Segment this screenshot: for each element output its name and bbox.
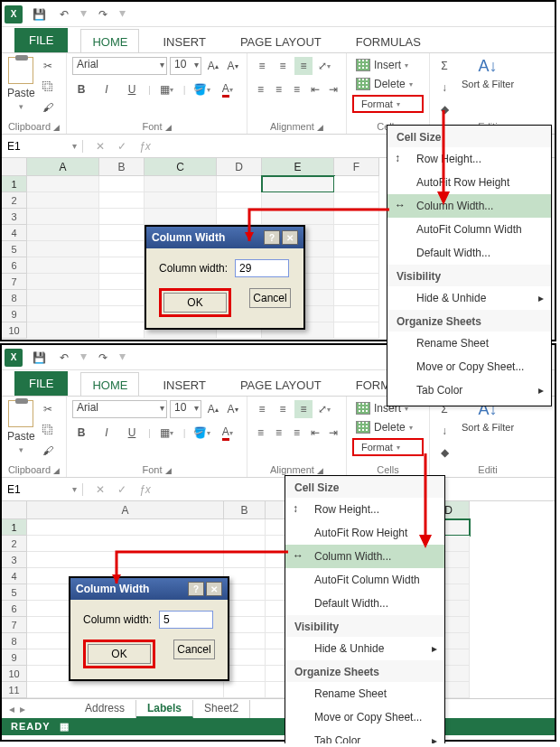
cell[interactable] [27, 322, 99, 339]
row-header[interactable]: 11 [2, 682, 27, 698]
row-header[interactable]: 2 [2, 536, 27, 552]
column-header[interactable]: B [99, 158, 145, 176]
delete-cells-button[interactable]: Delete ▾ [352, 76, 424, 92]
tab-formulas[interactable]: FORMULAS [345, 30, 432, 52]
sort-filter-label[interactable]: Sort & Filter [462, 79, 514, 89]
underline-button[interactable]: U [123, 80, 141, 98]
cell[interactable] [99, 322, 145, 339]
menu-move-copy[interactable]: Move or Copy Sheet... [285, 705, 444, 729]
indent-inc-icon[interactable]: ⇥ [325, 424, 341, 442]
cell[interactable] [27, 519, 224, 536]
menu-move-copy[interactable]: Move or Copy Sheet... [387, 355, 551, 378]
cell[interactable] [224, 682, 266, 698]
cell[interactable] [27, 306, 99, 322]
menu-hide-unhide[interactable]: Hide & Unhide [387, 286, 551, 310]
paste-icon[interactable] [8, 57, 33, 84]
cell[interactable] [27, 241, 99, 257]
fx-icon[interactable]: ƒx [139, 483, 151, 496]
orientation-icon[interactable]: ⤢▾ [315, 57, 333, 75]
cell[interactable] [27, 192, 99, 209]
indent-dec-icon[interactable]: ⇤ [307, 80, 322, 98]
menu-rename-sheet[interactable]: Rename Sheet [285, 682, 444, 705]
column-header[interactable]: B [224, 501, 266, 519]
row-header[interactable]: 3 [2, 209, 27, 225]
row-header[interactable]: 10 [2, 666, 27, 682]
menu-autofit-row[interactable]: AutoFit Row Height [387, 171, 551, 194]
column-header[interactable]: A [27, 158, 99, 176]
cut-icon[interactable]: ✂ [39, 400, 57, 418]
tab-home[interactable]: HOME [80, 372, 139, 396]
italic-button[interactable]: I [98, 80, 116, 98]
row-header[interactable]: 9 [2, 649, 27, 666]
macro-record-icon[interactable]: ▦ [60, 721, 70, 733]
copy-icon[interactable]: ⿻ [39, 421, 57, 439]
align-right-icon[interactable]: ≡ [289, 80, 304, 98]
cell[interactable] [262, 176, 334, 192]
menu-tab-color[interactable]: Tab Color [285, 729, 444, 743]
row-header[interactable]: 8 [2, 633, 27, 649]
cell[interactable] [224, 601, 266, 617]
cell[interactable] [224, 666, 266, 682]
confirm-entry-icon[interactable]: ✓ [117, 140, 126, 153]
cancel-button[interactable]: Cancel [249, 288, 291, 308]
tab-file[interactable]: FILE [14, 28, 68, 52]
cell[interactable] [99, 225, 145, 241]
row-header[interactable]: 3 [2, 552, 27, 568]
cell[interactable] [334, 322, 379, 339]
ok-button[interactable]: OK [163, 293, 227, 313]
indent-inc-icon[interactable]: ⇥ [325, 80, 341, 98]
cut-icon[interactable]: ✂ [39, 57, 57, 75]
cancel-entry-icon[interactable]: ✕ [96, 140, 105, 153]
cell[interactable] [99, 209, 145, 225]
row-header[interactable]: 1 [2, 176, 27, 192]
italic-button[interactable]: I [98, 424, 116, 442]
cancel-entry-icon[interactable]: ✕ [96, 483, 105, 496]
fill-color-icon[interactable]: 🪣▾ [193, 424, 211, 442]
border-icon[interactable]: ▦ ▾ [158, 424, 176, 442]
sort-filter-icon[interactable]: A↓ [479, 57, 498, 76]
row-header[interactable]: 5 [2, 241, 27, 257]
cell[interactable] [99, 241, 145, 257]
sheet-tab[interactable]: Sheet2 [193, 700, 250, 718]
row-header[interactable]: 2 [2, 192, 27, 209]
sheet-nav[interactable]: ◂▸ [2, 703, 74, 715]
bold-button[interactable]: B [72, 80, 90, 98]
name-box[interactable]: E1▾ [2, 483, 83, 496]
row-header[interactable]: 8 [2, 290, 27, 306]
align-center-icon[interactable]: ≡ [271, 80, 286, 98]
fill-color-icon[interactable]: 🪣▾ [193, 80, 211, 98]
increase-font-icon[interactable]: A▴ [204, 57, 221, 75]
cell[interactable] [224, 519, 266, 536]
paste-label[interactable]: Paste [7, 430, 35, 443]
decrease-font-icon[interactable]: A▾ [224, 57, 241, 75]
cell[interactable] [99, 306, 145, 322]
cell[interactable] [27, 225, 99, 241]
tab-page-layout[interactable]: PAGE LAYOUT [229, 373, 332, 396]
menu-autofit-col[interactable]: AutoFit Column Width [285, 568, 444, 592]
tab-file[interactable]: FILE [14, 371, 68, 396]
column-header[interactable]: A [27, 501, 224, 519]
tab-home[interactable]: HOME [80, 29, 139, 52]
qat-redo-button[interactable]: ↷ [94, 349, 112, 367]
increase-font-icon[interactable]: A▴ [204, 400, 221, 418]
sort-filter-label[interactable]: Sort & Filter [462, 422, 514, 433]
cell[interactable] [27, 290, 99, 306]
align-center-icon[interactable]: ≡ [271, 424, 286, 442]
delete-cells-button[interactable]: Delete ▾ [352, 419, 424, 435]
row-header[interactable]: 5 [2, 584, 27, 601]
cell[interactable] [334, 290, 379, 306]
align-right-icon[interactable]: ≡ [289, 424, 304, 442]
cell[interactable] [334, 176, 379, 192]
column-width-input[interactable] [235, 259, 289, 277]
row-header[interactable]: 7 [2, 274, 27, 290]
paste-icon[interactable] [8, 400, 33, 427]
qat-save-button[interactable]: 💾 [30, 5, 48, 23]
fill-icon[interactable]: ↓ [435, 79, 453, 97]
column-width-input[interactable] [159, 611, 213, 629]
menu-rename-sheet[interactable]: Rename Sheet [387, 331, 551, 355]
sheet-tab[interactable]: Labels [136, 700, 193, 718]
align-bottom-icon[interactable]: ≡ [294, 400, 313, 418]
name-box[interactable]: E1▾ [2, 140, 83, 153]
cell[interactable] [27, 176, 99, 192]
cell[interactable] [224, 649, 266, 666]
